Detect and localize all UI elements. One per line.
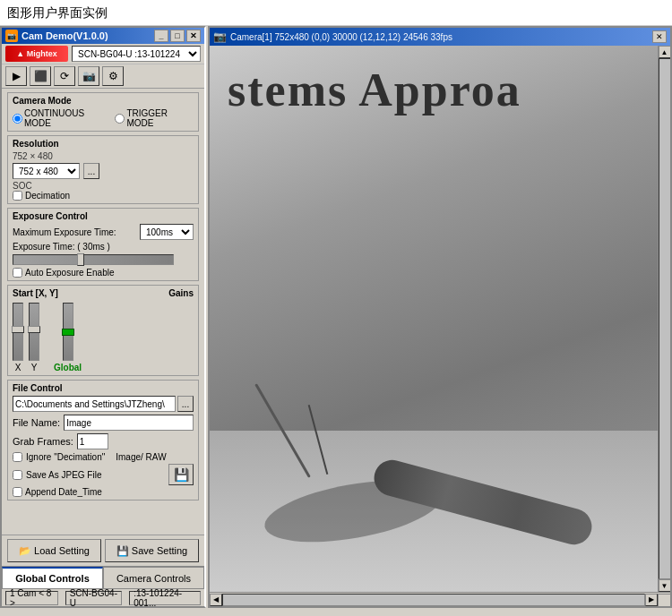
- resolution-current: 752 × 480: [13, 151, 53, 161]
- exposure-label: Exposure Control: [13, 211, 194, 221]
- stop-button[interactable]: ⬛: [30, 66, 51, 86]
- trigger-mode-option[interactable]: TRIGGER MODE: [115, 108, 194, 128]
- status-device: SCN-BG04-U: [65, 591, 123, 605]
- max-exposure-select[interactable]: 100ms 200ms: [140, 224, 194, 240]
- y-slider[interactable]: [29, 303, 39, 361]
- camera-icon: 📷: [213, 30, 227, 43]
- camera-mode-section: Camera Mode CONTINUOUS MODE TRIGGER MODE: [7, 92, 199, 132]
- continuous-label: CONTINUOUS MODE: [24, 108, 109, 128]
- continuous-mode-option[interactable]: CONTINUOUS MODE: [13, 108, 109, 128]
- x-label: X: [15, 363, 22, 372]
- gains-container: Global: [54, 303, 82, 372]
- exposure-section: Exposure Control Maximum Exposure Time: …: [7, 208, 199, 281]
- mightex-logo: ▲ Mightex: [5, 46, 68, 62]
- camera-button[interactable]: 📷: [78, 66, 99, 86]
- scroll-track-vertical[interactable]: [659, 58, 671, 579]
- resolution-label: Resolution: [13, 139, 194, 149]
- exposure-time-row: Exposure Time: ( 30ms ): [13, 242, 194, 252]
- save-jpeg-check-row: Save As JPEG File: [13, 470, 101, 480]
- max-exposure-label: Maximum Exposure Time:: [13, 227, 116, 237]
- close-button[interactable]: ✕: [186, 30, 201, 42]
- grab-input[interactable]: [77, 433, 108, 449]
- gains-title: Gains: [168, 288, 194, 300]
- continuous-radio[interactable]: [13, 114, 22, 124]
- tab-global-controls[interactable]: Global Controls: [2, 567, 103, 588]
- grab-row: Grab Frames:: [13, 433, 194, 449]
- file-name-row: File Name:: [13, 415, 194, 431]
- save-jpeg-label: Save As JPEG File: [26, 470, 101, 480]
- device-combo[interactable]: SCN-BG04-U :13-101224: [72, 46, 201, 62]
- status-port-info: :13-101224-001...: [129, 591, 201, 605]
- load-setting-button[interactable]: 📂 Load Setting: [7, 539, 101, 562]
- window-title: Cam Demo(V1.0.0): [22, 30, 108, 41]
- trigger-radio[interactable]: [115, 114, 125, 124]
- camera-title-text: Camera[1] 752x480 (0,0) 30000 (12,12,12)…: [230, 32, 452, 42]
- bottom-tabs: Global Controls Camera Controls: [2, 566, 204, 588]
- tab-camera-controls[interactable]: Camera Controls: [103, 567, 204, 588]
- exposure-slider[interactable]: [13, 254, 174, 265]
- xy-gains-section: Start [X, Y] Gains X: [7, 285, 199, 376]
- save-icon: 💾: [116, 545, 129, 557]
- grab-label: Grab Frames:: [13, 436, 73, 447]
- resolution-select-row: 752 x 480 ...: [13, 163, 194, 179]
- status-cam-info: 1 Cam < 8 >: [5, 591, 58, 605]
- browse-button[interactable]: ...: [177, 396, 194, 412]
- scroll-track-horizontal[interactable]: [222, 594, 645, 606]
- toolbar: ▶ ⬛ ⟳ 📷 ⚙: [2, 64, 204, 89]
- camera-title-left: 📷 Camera[1] 752x480 (0,0) 30000 (12,12,1…: [213, 30, 452, 43]
- page-title: 图形用户界面实例: [0, 0, 672, 26]
- save-icon-button[interactable]: 💾: [168, 464, 194, 485]
- y-slider-container: Y: [29, 303, 39, 372]
- app-icon: 📷: [5, 30, 18, 42]
- maximize-button[interactable]: □: [170, 30, 185, 42]
- exposure-slider-thumb[interactable]: [77, 253, 84, 266]
- refresh-button[interactable]: ⟳: [54, 66, 75, 86]
- soc-text: SOC: [13, 181, 194, 191]
- device-row: ▲ Mightex SCN-BG04-U :13-101224: [2, 44, 204, 64]
- scroll-down-button[interactable]: ▼: [659, 579, 671, 592]
- save-jpeg-checkbox[interactable]: [13, 470, 22, 480]
- scroll-right-button[interactable]: ▶: [645, 594, 658, 606]
- ignore-row: Ignore "Decimation" Image/ RAW: [13, 452, 194, 462]
- file-name-input[interactable]: [64, 415, 194, 431]
- camera-view-wrapper: stems Approa ▲ ▼: [210, 46, 670, 592]
- exposure-slider-container: [13, 254, 194, 265]
- decimation-checkbox[interactable]: [13, 191, 22, 201]
- camera-view: stems Approa: [210, 46, 658, 592]
- status-bar: 1 Cam < 8 > SCN-BG04-U :13-101224-001...: [2, 588, 204, 606]
- auto-exposure-checkbox[interactable]: [13, 268, 22, 278]
- y-label: Y: [31, 363, 38, 372]
- resolution-select[interactable]: 752 x 480: [13, 163, 80, 179]
- left-panel: 📷 Cam Demo(V1.0.0) _ □ ✕ ▲ Mightex SCN-B…: [0, 26, 206, 608]
- gains-slider[interactable]: [63, 303, 73, 361]
- max-exposure-row: Maximum Exposure Time: 100ms 200ms: [13, 224, 194, 240]
- scroll-up-button[interactable]: ▲: [659, 46, 671, 58]
- play-button[interactable]: ▶: [5, 66, 27, 86]
- ignore-decimation-checkbox[interactable]: [13, 452, 22, 462]
- camera-title-bar: 📷 Camera[1] 752x480 (0,0) 30000 (12,12,1…: [210, 28, 670, 46]
- camera-mode-radio-group: CONTINUOUS MODE TRIGGER MODE: [13, 108, 194, 128]
- device-selector: SCN-BG04-U :13-101224: [72, 46, 201, 62]
- scroll-left-button[interactable]: ◀: [210, 594, 222, 606]
- x-slider-thumb[interactable]: [12, 326, 24, 333]
- ignore-decimation-label: Ignore "Decimation": [26, 452, 105, 462]
- x-slider[interactable]: [13, 303, 23, 361]
- load-setting-label: Load Setting: [34, 545, 90, 556]
- file-path-row: ...: [13, 396, 194, 412]
- y-slider-thumb[interactable]: [28, 326, 40, 333]
- tab-global-label: Global Controls: [15, 573, 90, 584]
- resolution-more-button[interactable]: ...: [83, 163, 99, 179]
- settings-button[interactable]: ⚙: [102, 66, 124, 86]
- camera-close-button[interactable]: ✕: [652, 30, 667, 43]
- file-control-section: File Control ... File Name: Grab Frames:…: [7, 380, 199, 500]
- save-setting-label: Save Setting: [132, 545, 187, 556]
- camera-panel: 📷 Camera[1] 752x480 (0,0) 30000 (12,12,1…: [208, 26, 672, 608]
- decimation-label: Decimation: [25, 191, 70, 201]
- minimize-button[interactable]: _: [154, 30, 168, 42]
- file-path-input[interactable]: [13, 396, 176, 412]
- exposure-time-label: Exposure Time: ( 30ms ): [13, 242, 110, 252]
- gains-slider-thumb[interactable]: [62, 329, 74, 336]
- auto-exposure-row: Auto Exposure Enable: [13, 268, 194, 278]
- save-setting-button[interactable]: 💾 Save Setting: [105, 539, 199, 562]
- append-datetime-checkbox[interactable]: [13, 487, 22, 497]
